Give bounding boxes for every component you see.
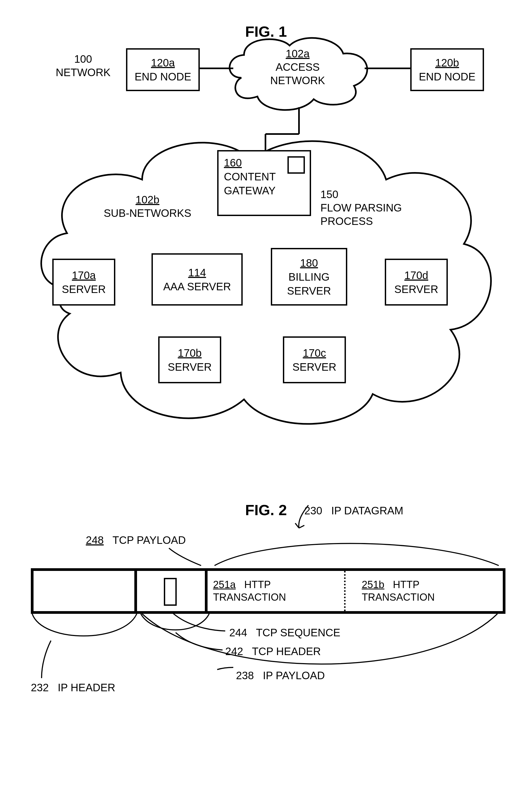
server-a: 170a SERVER [52,259,115,306]
tcp-sequence-marker [164,578,177,606]
flow-parsing-l2: PROCESS [320,215,373,227]
content-gateway-id: 160 [224,157,242,168]
flow-parsing-l1: FLOW PARSING [320,202,402,214]
tcp-sequence-id: 244 [229,627,247,638]
ip-datagram-arrow-icon [284,501,317,533]
aaa-server: 114 AAA SERVER [151,253,243,306]
server-a-id: 170a [72,269,96,281]
content-gateway: 160 CONTENT GATEWAY [217,150,311,216]
flow-parsing-id: 150 [320,189,338,200]
segment-ip-header [33,571,134,611]
server-b-id: 170b [178,347,201,359]
subnetworks-text: SUB-NETWORKS [104,207,191,219]
tcp-header-id: 242 [225,645,243,657]
ip-datagram-text: IP DATAGRAM [331,505,403,517]
http-a-l2: TRANSACTION [213,592,286,603]
flow-parsing-label: 150 FLOW PARSING PROCESS [320,188,402,228]
subnetworks-id: 102b [136,194,160,206]
fig2-title: FIG. 2 [0,501,532,519]
ip-payload-label: 238 IP PAYLOAD [236,669,325,682]
server-a-label: SERVER [62,283,106,295]
segment-tcp-header [134,571,205,611]
content-gateway-l2: GATEWAY [224,185,276,196]
http-b-l1: HTTP [393,579,419,590]
ip-payload-id: 238 [236,669,254,681]
tcp-header-text: TCP HEADER [252,645,321,657]
ip-header-id: 232 [31,682,49,693]
server-b-label: SERVER [168,361,212,373]
server-c-id: 170c [303,347,326,359]
billing-server-id: 180 [300,257,318,269]
server-c-label: SERVER [292,361,337,373]
tcp-sequence-text: TCP SEQUENCE [256,627,340,638]
ip-datagram-label: 230 IP DATAGRAM [304,504,403,517]
subnetworks-label: 102b SUB-NETWORKS [99,193,196,220]
server-d-id: 170d [404,269,428,281]
ip-header-text: IP HEADER [58,682,115,693]
server-d: 170d SERVER [385,259,448,306]
http-b-id: 251b [362,579,385,590]
server-c: 170c SERVER [283,336,346,383]
aaa-server-id: 114 [188,267,206,278]
ip-datagram-bar: 251a HTTP TRANSACTION 251b HTTP TRANSACT… [31,568,505,614]
http-b-l2: TRANSACTION [362,592,435,603]
billing-server-l2: SERVER [287,285,331,297]
tcp-sequence-label: 244 TCP SEQUENCE [229,626,340,639]
segment-http-b: 251b HTTP TRANSACTION [344,571,503,611]
aaa-server-label: AAA SERVER [163,281,231,292]
http-a-l1: HTTP [244,579,271,590]
server-b: 170b SERVER [158,336,221,383]
billing-server-l1: BILLING [289,271,329,283]
http-a-id: 251a [213,579,236,590]
server-d-label: SERVER [394,283,438,295]
segment-http-a: 251a HTTP TRANSACTION [205,571,344,611]
ip-payload-text: IP PAYLOAD [263,669,325,681]
flow-parsing-icon [288,156,305,174]
tcp-header-label: 242 TCP HEADER [225,645,321,658]
billing-server: 180 BILLING SERVER [271,248,347,306]
ip-header-label: 232 IP HEADER [31,681,115,694]
content-gateway-l1: CONTENT [224,171,276,182]
